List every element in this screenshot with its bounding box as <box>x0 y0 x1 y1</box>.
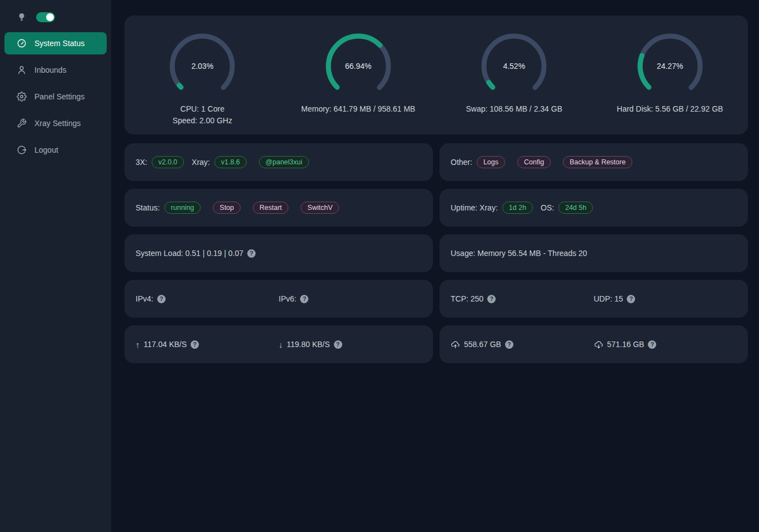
sidebar-nav: System Status Inbounds Panel Settings <box>0 32 111 161</box>
usage-text: Usage: Memory 56.54 MB - Threads 20 <box>451 249 587 258</box>
ipv6-block: IPv6: ? <box>279 294 422 303</box>
ip-card: IPv4: ? IPv6: ? <box>124 280 433 318</box>
app-root: System Status Inbounds Panel Settings <box>0 0 759 532</box>
logout-icon <box>17 145 27 155</box>
3x-label: 3X: <box>136 158 147 167</box>
telegram-tag[interactable]: @panel3xui <box>259 156 309 168</box>
sidebar-item-xray-settings[interactable]: Xray Settings <box>4 112 107 134</box>
swap-gauge: 4.52% Swap: 108.56 MB / 2.34 GB <box>436 32 592 134</box>
system-load-card: System Load: 0.51 | 0.19 | 0.07 ? <box>124 234 433 272</box>
cpu-label: CPU: 1 Core Speed: 2.00 GHz <box>173 103 232 127</box>
xray-status-card: Status: running Stop Restart SwitchV <box>124 189 433 227</box>
theme-toggle[interactable] <box>36 12 55 22</box>
sidebar: System Status Inbounds Panel Settings <box>0 0 111 532</box>
sidebar-item-inbounds[interactable]: Inbounds <box>4 59 107 81</box>
memory-gauge: 66.94% Memory: 641.79 MB / 958.61 MB <box>281 32 437 134</box>
sidebar-item-label: Xray Settings <box>34 119 81 128</box>
disk-percent: 24.27% <box>636 32 705 101</box>
other-card: Other: Logs Config Backup & Restore <box>440 143 748 181</box>
memory-label: Memory: 641.79 MB / 958.61 MB <box>301 103 415 115</box>
backup-restore-button[interactable]: Backup & Restore <box>563 156 632 168</box>
wrench-icon <box>17 118 27 128</box>
os-uptime-tag: 24d 5h <box>558 202 593 214</box>
total-upload-block: 558.67 GB ? <box>451 340 594 349</box>
restart-button[interactable]: Restart <box>253 202 288 214</box>
swap-label: Swap: 108.56 MB / 2.34 GB <box>466 103 562 115</box>
udp-count: UDP: 15 <box>594 294 623 303</box>
down-arrow-icon: ↓ <box>279 340 283 349</box>
cloud-download-icon <box>594 340 603 349</box>
help-icon[interactable]: ? <box>487 295 496 303</box>
toggle-knob <box>46 13 54 21</box>
switch-version-button[interactable]: SwitchV <box>301 202 339 214</box>
xray-label: Xray: <box>192 158 210 167</box>
help-icon[interactable]: ? <box>191 340 199 349</box>
download-speed-block: ↓ 119.80 KB/S ? <box>279 340 422 349</box>
lightbulb-icon <box>17 12 27 22</box>
other-label: Other: <box>451 158 472 167</box>
memory-percent: 66.94% <box>324 32 393 101</box>
connections-card: TCP: 250 ? UDP: 15 ? <box>440 280 748 318</box>
uptime-card: Uptime: Xray: 1d 2h OS: 24d 5h <box>440 189 748 227</box>
sidebar-item-logout[interactable]: Logout <box>4 139 107 161</box>
disk-gauge: 24.27% Hard Disk: 5.56 GB / 22.92 GB <box>592 32 748 134</box>
system-load-text: System Load: 0.51 | 0.19 | 0.07 <box>136 249 243 258</box>
cpu-percent: 2.03% <box>168 32 237 101</box>
tcp-count: TCP: 250 <box>451 294 483 303</box>
xray-uptime-tag: 1d 2h <box>502 202 533 214</box>
upload-speed: 117.04 KB/S <box>144 340 187 349</box>
ipv6-label: IPv6: <box>279 294 297 303</box>
running-status-tag: running <box>164 202 201 214</box>
cpu-gauge: 2.03% CPU: 1 Core Speed: 2.00 GHz <box>124 32 281 134</box>
uptime-xray-label: Uptime: Xray: <box>451 203 498 212</box>
help-icon[interactable]: ? <box>627 295 635 303</box>
ipv4-label: IPv4: <box>136 294 153 303</box>
user-icon <box>17 65 27 75</box>
panel-version-tag[interactable]: v2.0.0 <box>152 156 184 168</box>
ipv4-block: IPv4: ? <box>136 294 279 303</box>
status-label: Status: <box>136 203 160 212</box>
upload-speed-block: ↑ 117.04 KB/S ? <box>136 340 279 349</box>
help-icon[interactable]: ? <box>247 249 256 258</box>
main-content: 2.03% CPU: 1 Core Speed: 2.00 GHz 66.94%… <box>111 0 759 532</box>
up-arrow-icon: ↑ <box>136 340 140 349</box>
sidebar-item-panel-settings[interactable]: Panel Settings <box>4 86 107 108</box>
sidebar-item-label: System Status <box>34 39 84 48</box>
sidebar-item-label: Panel Settings <box>34 92 84 101</box>
theme-row <box>0 0 111 30</box>
disk-label: Hard Disk: 5.56 GB / 22.92 GB <box>617 103 723 115</box>
total-download-block: 571.16 GB ? <box>594 340 737 349</box>
help-icon[interactable]: ? <box>157 295 166 303</box>
os-label: OS: <box>541 203 554 212</box>
status-overview-card: 2.03% CPU: 1 Core Speed: 2.00 GHz 66.94%… <box>124 16 748 134</box>
cloud-upload-icon <box>451 340 460 349</box>
sidebar-item-label: Logout <box>34 145 58 154</box>
net-total-card: 558.67 GB ? 571.16 GB ? <box>440 325 748 363</box>
help-icon[interactable]: ? <box>334 340 342 349</box>
dashboard-icon <box>17 38 27 48</box>
version-card: 3X: v2.0.0 Xray: v1.8.6 @panel3xui <box>124 143 433 181</box>
net-speed-card: ↑ 117.04 KB/S ? ↓ 119.80 KB/S ? <box>124 325 433 363</box>
xray-version-tag[interactable]: v1.8.6 <box>214 156 247 168</box>
download-speed: 119.80 KB/S <box>287 340 330 349</box>
help-icon[interactable]: ? <box>300 295 308 303</box>
total-download: 571.16 GB <box>607 340 645 349</box>
config-button[interactable]: Config <box>517 156 551 168</box>
usage-card: Usage: Memory 56.54 MB - Threads 20 <box>440 234 748 272</box>
tcp-block: TCP: 250 ? <box>451 294 594 303</box>
udp-block: UDP: 15 ? <box>594 294 737 303</box>
logs-button[interactable]: Logs <box>477 156 505 168</box>
stop-button[interactable]: Stop <box>213 202 241 214</box>
sidebar-item-label: Inbounds <box>34 66 67 74</box>
gear-icon <box>17 92 27 102</box>
sidebar-item-system-status[interactable]: System Status <box>4 32 107 54</box>
help-icon[interactable]: ? <box>505 340 513 349</box>
total-upload: 558.67 GB <box>464 340 501 349</box>
swap-percent: 4.52% <box>480 32 548 101</box>
help-icon[interactable]: ? <box>648 340 656 349</box>
info-grid: 3X: v2.0.0 Xray: v1.8.6 @panel3xui Other… <box>124 143 748 363</box>
